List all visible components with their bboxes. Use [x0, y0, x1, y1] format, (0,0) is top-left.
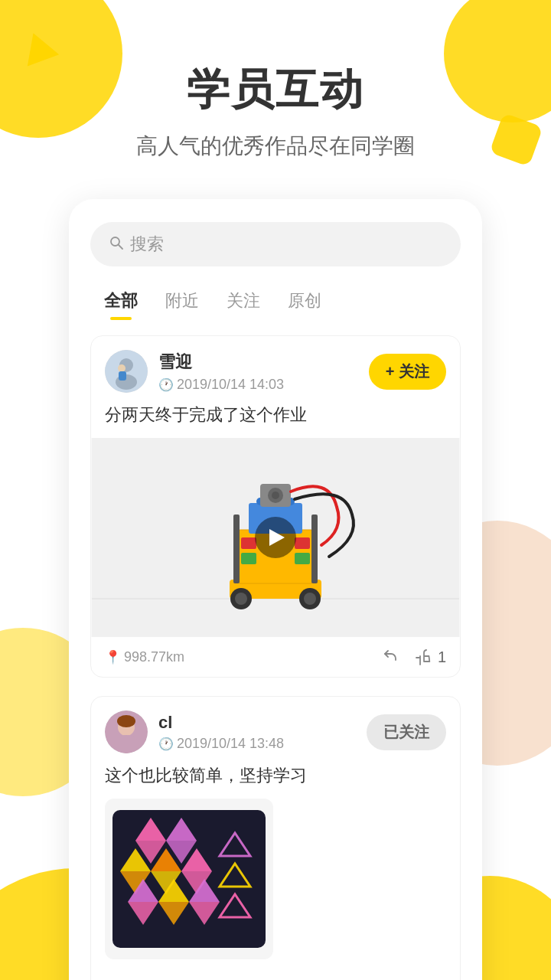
svg-point-25 — [272, 492, 279, 499]
svg-rect-26 — [233, 514, 240, 583]
follow-button-1[interactable]: + 关注 — [369, 354, 446, 390]
svg-line-1 — [119, 245, 122, 249]
search-bar[interactable]: 搜索 — [90, 222, 461, 266]
svg-point-34 — [114, 735, 139, 753]
clock-icon-1: 🕐 — [158, 377, 174, 392]
post-card-2: cl 🕐 2019/10/14 13:48 已关注 这个也比较简单，坚持学习 — [90, 696, 461, 980]
post-image-2[interactable] — [105, 799, 273, 959]
svg-point-35 — [117, 715, 135, 727]
svg-rect-29 — [295, 553, 310, 564]
play-button-1[interactable] — [255, 517, 296, 558]
tab-all[interactable]: 全部 — [90, 285, 152, 320]
post-time-2: 🕐 2019/10/14 13:48 — [158, 736, 367, 752]
footer-actions-1: 1 — [381, 648, 446, 666]
play-triangle-icon — [269, 529, 285, 546]
post-time-1: 🕐 2019/10/14 14:03 — [158, 377, 369, 393]
phone-card: 搜索 全部 附近 关注 原创 — [69, 199, 482, 980]
svg-rect-6 — [119, 371, 126, 381]
svg-point-13 — [304, 593, 316, 605]
post-header-1: 雪迎 🕐 2019/10/14 14:03 + 关注 — [91, 336, 460, 402]
follow-button-2[interactable]: 已关注 — [367, 714, 446, 750]
post-image-1[interactable] — [91, 438, 460, 637]
post-header-2: cl 🕐 2019/10/14 13:48 已关注 — [91, 697, 460, 763]
username-2: cl — [158, 713, 367, 733]
svg-rect-31 — [295, 537, 310, 549]
svg-rect-30 — [241, 537, 256, 549]
tab-follow[interactable]: 关注 — [213, 285, 274, 320]
clock-icon-2: 🕐 — [158, 737, 174, 751]
like-button-1[interactable]: 1 — [415, 648, 446, 666]
location-pin-icon: 📍 — [105, 649, 121, 665]
svg-rect-27 — [311, 514, 318, 583]
post-text-1: 分两天终于完成了这个作业 — [91, 402, 460, 438]
tab-nearby[interactable]: 附近 — [152, 285, 213, 320]
user-info-2: cl 🕐 2019/10/14 13:48 — [158, 713, 367, 752]
svg-rect-28 — [241, 553, 256, 564]
post-text-2: 这个也比较简单，坚持学习 — [91, 763, 460, 799]
svg-point-5 — [118, 364, 126, 372]
tab-original[interactable]: 原创 — [274, 285, 335, 320]
location-1: 📍 998.77km — [105, 649, 381, 665]
search-placeholder: 搜索 — [130, 233, 164, 256]
like-count-1: 1 — [438, 648, 446, 666]
avatar-2 — [105, 710, 148, 753]
search-icon — [109, 235, 124, 254]
avatar-1 — [105, 350, 148, 393]
post-footer-2: 📍 74km 0 — [91, 970, 460, 980]
username-1: 雪迎 — [158, 351, 369, 374]
user-info-1: 雪迎 🕐 2019/10/14 14:03 — [158, 351, 369, 393]
post-footer-1: 📍 998.77km 1 — [91, 637, 460, 677]
main-content: 学员互动 高人气的优秀作品尽在同学圈 搜索 全部 附近 关注 原创 — [0, 0, 551, 980]
share-button-1[interactable] — [381, 648, 399, 666]
page-title: 学员互动 — [187, 61, 364, 119]
svg-point-0 — [111, 237, 119, 246]
tabs-bar: 全部 附近 关注 原创 — [90, 285, 461, 320]
post-card-1: 雪迎 🕐 2019/10/14 14:03 + 关注 分两天终于完成了这个作业 — [90, 335, 461, 678]
page-subtitle: 高人气的优秀作品尽在同学圈 — [136, 132, 415, 161]
svg-point-11 — [235, 593, 247, 605]
